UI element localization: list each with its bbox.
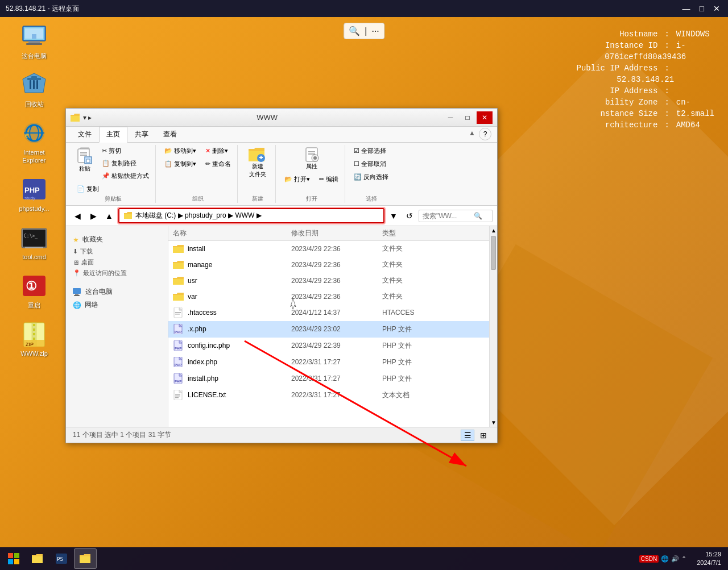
forward-button[interactable]: ▶: [86, 209, 100, 223]
desktop-icon-sidebar: 🖥: [73, 259, 79, 266]
taskbar-file-explorer[interactable]: [74, 548, 97, 569]
file-row-manage[interactable]: manage 2023/4/29 22:36 文件夹: [168, 257, 489, 273]
file-row-htaccess[interactable]: .htaccess 2024/1/12 14:37 HTACCES: [168, 305, 489, 321]
sidebar-item-network[interactable]: 🌐 网络: [66, 298, 168, 311]
explorer-maximize-button[interactable]: □: [460, 111, 475, 124]
help-button[interactable]: ?: [479, 128, 491, 140]
desktop-icon-recycle-bin[interactable]: 回收站: [11, 71, 57, 108]
start-button[interactable]: [2, 548, 25, 569]
explorer-minimize-button[interactable]: ─: [442, 111, 458, 124]
desktop-icon-www-zip[interactable]: ZIP ZIP WWW.zip: [11, 321, 57, 357]
close-button[interactable]: ✕: [711, 4, 722, 13]
file-row-license[interactable]: LICENSE.txt 2022/3/31 17:27 文本文档: [168, 387, 489, 403]
file-row-var[interactable]: var 2023/4/29 22:36 文件夹: [168, 289, 489, 305]
path-folder-icon: [124, 212, 133, 220]
sidebar-item-recent[interactable]: 📍 最近访问的位置: [66, 268, 168, 278]
magnifier-icon[interactable]: 🔍: [349, 26, 360, 36]
details-view-button[interactable]: ☰: [461, 430, 474, 441]
taskbar-powershell[interactable]: PS: [50, 548, 73, 569]
svg-rect-53: [175, 312, 181, 313]
up-button[interactable]: ▲: [102, 209, 116, 223]
properties-button[interactable]: 属性: [280, 145, 342, 172]
ribbon-tab-share[interactable]: 共享: [127, 127, 156, 142]
ribbon-tabs: 文件 主页 共享 查看 ▲ ?: [66, 127, 497, 143]
paste-shortcut-button[interactable]: 📌 粘贴快捷方式: [98, 170, 153, 182]
copy-button[interactable]: 📄 复制: [73, 183, 103, 195]
sidebar-favorites-header[interactable]: ★ 收藏夹: [66, 233, 168, 246]
desktop-label: 桌面: [81, 258, 94, 267]
paste-label: 粘贴: [79, 165, 90, 173]
invert-selection-button[interactable]: 🔄 反向选择: [350, 171, 392, 183]
tray-more-icon[interactable]: ⌃: [681, 555, 686, 563]
scroll-thumb[interactable]: [491, 236, 496, 270]
clipboard-group: 粘贴 ✂ 剪切 📋 复制路径 📌: [71, 145, 156, 203]
ribbon: 文件 主页 共享 查看 ▲ ?: [66, 127, 497, 206]
edit-button[interactable]: ✏ 编辑: [315, 173, 342, 185]
taskbar: PS CSDN 🌐 🔊 ⌃ 15:29 2024/7/1: [0, 547, 728, 570]
file-list-header: 名称 修改日期 类型: [168, 226, 489, 241]
sidebar-item-desktop[interactable]: 🖥 桌面: [66, 257, 168, 268]
open-button[interactable]: 📂 打开▾: [280, 173, 314, 185]
select-none-button[interactable]: ☐ 全部取消: [350, 158, 392, 170]
var-type: 文件夹: [382, 292, 439, 301]
rename-label: 重命名: [212, 160, 231, 168]
svg-rect-51: [74, 295, 80, 296]
file-row-index[interactable]: PHP index.php 2022/3/31 17:27 PHP 文件: [168, 354, 489, 371]
invert-icon: 🔄: [354, 173, 362, 181]
file-row-install-php[interactable]: PHP install.php 2022/3/31 17:27 PHP 文件: [168, 371, 489, 387]
install-php-type: PHP 文件: [382, 374, 439, 384]
maximize-button[interactable]: □: [697, 4, 706, 13]
sidebar-item-downloads[interactable]: ⬇ 下载: [66, 246, 168, 257]
desktop-icon-restart[interactable]: ① 重启: [11, 272, 57, 309]
file-row-install[interactable]: install 2023/4/29 22:36 文件夹: [168, 241, 489, 257]
scroll-down-button[interactable]: ▼: [490, 418, 497, 427]
back-button[interactable]: ◀: [71, 209, 84, 223]
file-row-config[interactable]: PHP config.inc.php 2023/4/29 22:39 PHP 文…: [168, 338, 489, 354]
desktop-icon-tool-cmd[interactable]: C:\>_ tool.cmd: [11, 224, 57, 261]
svg-text:PHP: PHP: [175, 330, 181, 334]
toolbar-more-button[interactable]: ···: [371, 26, 379, 36]
select-all-button[interactable]: ☑ 全部选择: [350, 145, 392, 157]
taskbar-file-manager-1[interactable]: [26, 548, 49, 569]
new-folder-button[interactable]: 新建文件夹: [245, 145, 271, 180]
instance-id-label: Instance ID: [574, 40, 660, 51]
svg-rect-66: [175, 397, 179, 398]
scrollbar[interactable]: ▲ ▼: [489, 226, 497, 427]
file-row-usr[interactable]: usr 2023/4/29 22:36 文件夹: [168, 273, 489, 289]
move-to-button[interactable]: 📂 移动到▾: [160, 145, 200, 157]
copy-path-button[interactable]: 📋 复制路径: [98, 157, 153, 169]
ribbon-tab-file[interactable]: 文件: [71, 127, 99, 142]
address-path-field[interactable]: 本地磁盘 (C:) ▶ phpstudy_pro ▶ WWW ▶: [118, 208, 384, 223]
refresh-button[interactable]: ↺: [403, 209, 416, 223]
invert-label: 反向选择: [363, 173, 388, 181]
select-group: ☑ 全部选择 ☐ 全部取消 🔄 反向选择 选择: [348, 145, 395, 203]
ribbon-expand-button[interactable]: ▲: [466, 127, 478, 142]
rename-button[interactable]: ✏ 重命名: [201, 158, 235, 170]
address-dropdown-button[interactable]: ▼: [387, 209, 400, 223]
search-input[interactable]: [423, 212, 474, 220]
delete-button[interactable]: ✕ 删除▾: [201, 145, 232, 157]
paste-button[interactable]: 粘贴: [73, 145, 97, 182]
cut-button[interactable]: ✂ 剪切: [98, 145, 153, 157]
desktop-icon-ie[interactable]: e InternetExplorer: [11, 119, 57, 164]
desktop-icon-phpstudy[interactable]: PHP study phpstudy...: [11, 176, 57, 213]
large-icons-view-button[interactable]: ⊞: [477, 430, 490, 441]
file-row-xphp[interactable]: PHP .x.php 2023/4/29 23:02 PHP 文件: [168, 321, 489, 338]
taskbar-clock[interactable]: 15:29 2024/7/1: [692, 550, 726, 568]
window-controls: — □ ✕: [680, 4, 722, 13]
copy-to-button[interactable]: 📋 复制到▾: [160, 158, 200, 170]
sidebar-item-this-pc[interactable]: 这台电脑: [66, 285, 168, 298]
explorer-close-button[interactable]: ✕: [477, 111, 493, 124]
desktop-icon-my-computer[interactable]: 这台电脑: [11, 23, 57, 60]
folder-icon-var: [173, 292, 184, 301]
tray-volume-icon: 🔊: [671, 555, 679, 563]
svg-text:ZIP: ZIP: [26, 342, 34, 347]
search-box[interactable]: 🔍: [419, 210, 493, 222]
remote-info-panel: Hostname : WINDOWS Instance ID : i- 0761…: [574, 28, 717, 131]
svg-rect-7: [30, 80, 31, 89]
minimize-button[interactable]: —: [680, 4, 693, 13]
clock-time: 15:29: [705, 550, 721, 559]
ribbon-tab-home[interactable]: 主页: [99, 127, 127, 143]
ribbon-tab-view[interactable]: 查看: [156, 127, 184, 142]
scroll-up-button[interactable]: ▲: [490, 226, 497, 235]
